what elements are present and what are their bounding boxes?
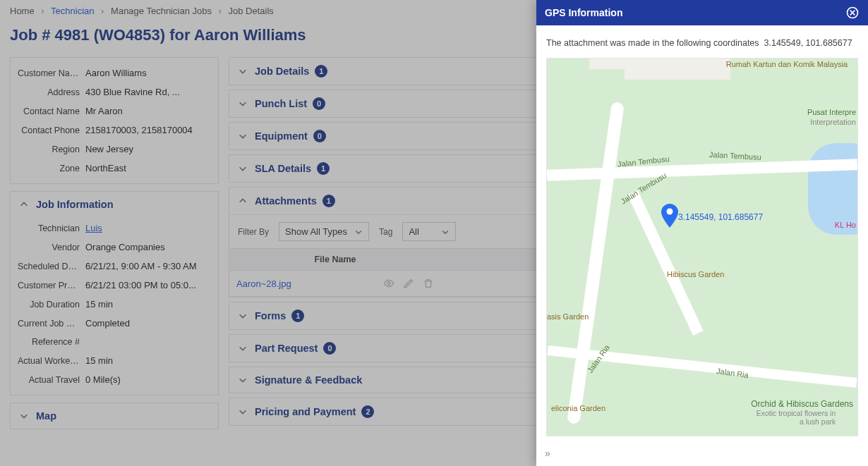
gps-info-text: The attachment was made in the following… <box>546 38 858 48</box>
svg-point-2 <box>667 209 673 215</box>
map-poi-label: Pusat Interpre <box>807 108 856 116</box>
panel-title: GPS Information <box>545 7 622 18</box>
map-poi-label: Interpretation <box>810 118 856 126</box>
map-poi-label: Rumah Kartun dan Komik Malaysia <box>723 60 850 68</box>
map-coord-label: 3.145549, 101.685677 <box>678 212 763 222</box>
map-pin-icon[interactable] <box>661 204 678 228</box>
close-icon[interactable] <box>845 6 860 20</box>
map-poi-label: KL Ho <box>835 221 856 229</box>
gps-info-panel: GPS Information The attachment was made … <box>536 0 868 466</box>
map-poi-sub: Exotic tropical flowers in a lush park <box>751 409 836 426</box>
map-road-label: Jalan Tembusu <box>709 150 761 161</box>
map-poi-label: Hibiscus Garden <box>667 270 724 278</box>
map-view[interactable]: Jalan Tembusu Jalan Tembusu Jalan Tembus… <box>546 58 858 436</box>
map-poi-label: Orchid & Hibiscus Gardens <box>751 399 853 409</box>
map-poi-label: asis Garden <box>547 312 589 321</box>
panel-footer: » <box>536 443 868 466</box>
map-poi-label: eliconia Garden <box>551 404 605 412</box>
chevron-double-right-icon[interactable]: » <box>545 448 548 459</box>
panel-header: GPS Information <box>536 0 868 25</box>
